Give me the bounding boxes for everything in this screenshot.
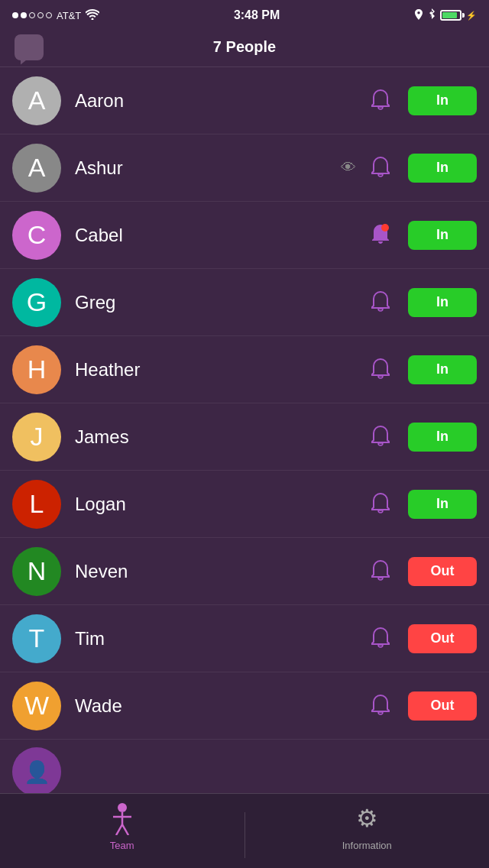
dot-2 xyxy=(21,12,27,18)
person-row-ashur: A Ashur 👁 In xyxy=(0,134,489,202)
status-left: AT&T xyxy=(12,9,99,22)
person-name-aaron: Aaron xyxy=(75,90,365,112)
eye-icon: 👁 xyxy=(341,159,356,177)
status-btn-greg[interactable]: In xyxy=(408,288,477,317)
status-btn-neven[interactable]: Out xyxy=(408,557,477,586)
status-bar: AT&T 3:48 PM ⚡ xyxy=(0,0,489,31)
person-name-tim: Tim xyxy=(75,628,365,649)
gear-icon: ⚙ xyxy=(353,802,381,835)
status-btn-tim[interactable]: Out xyxy=(408,624,477,653)
tab-information[interactable]: ⚙ Information xyxy=(245,802,490,851)
status-btn-james[interactable]: In xyxy=(408,423,477,452)
people-list: A Aaron In A Ashur 👁 In C xyxy=(0,67,489,740)
tab-bar: Team ⚙ Information xyxy=(0,793,489,868)
avatar-wade: W xyxy=(12,682,61,730)
battery-icon: ⚡ xyxy=(440,10,477,21)
svg-point-1 xyxy=(118,803,127,812)
carrier-label: AT&T xyxy=(57,10,81,21)
person-name-ashur: Ashur xyxy=(75,157,341,179)
status-btn-wade[interactable]: Out xyxy=(408,691,477,721)
status-btn-cabel[interactable]: In xyxy=(408,221,477,250)
status-btn-aaron[interactable]: In xyxy=(408,86,477,115)
bell-icon-logan[interactable] xyxy=(365,492,396,517)
status-time: 3:48 PM xyxy=(234,8,280,22)
team-tab-label: Team xyxy=(110,840,134,851)
person-name-greg: Greg xyxy=(75,292,365,313)
tab-team[interactable]: Team xyxy=(0,802,244,851)
signal-dots xyxy=(12,12,52,18)
page-title: 7 People xyxy=(213,38,276,56)
svg-line-5 xyxy=(122,824,128,835)
avatar-heather: H xyxy=(12,345,61,394)
avatar-greg: G xyxy=(12,278,61,327)
person-row-aaron: A Aaron In xyxy=(0,67,489,134)
dot-3 xyxy=(29,12,35,18)
bluetooth-icon xyxy=(428,8,436,23)
wifi-icon xyxy=(86,9,99,22)
dot-1 xyxy=(12,12,18,18)
information-tab-label: Information xyxy=(342,840,392,851)
person-name-logan: Logan xyxy=(75,494,365,515)
svg-line-4 xyxy=(116,824,122,835)
person-name-neven: Neven xyxy=(75,561,365,582)
bell-icon-neven[interactable] xyxy=(365,559,396,584)
person-name-wade: Wade xyxy=(75,695,365,717)
status-btn-ashur[interactable]: In xyxy=(408,154,477,183)
avatar-neven: N xyxy=(12,547,61,596)
status-btn-heather[interactable]: In xyxy=(408,355,477,384)
person-name-james: James xyxy=(75,426,365,448)
status-right: ⚡ xyxy=(414,8,477,23)
avatar-tim: T xyxy=(12,614,61,663)
bell-icon-tim[interactable] xyxy=(365,627,396,651)
bell-icon-aaron[interactable] xyxy=(365,89,396,113)
avatar-aaron: A xyxy=(12,76,61,125)
person-row-heather: H Heather In xyxy=(0,336,489,403)
person-row-cabel: C Cabel In xyxy=(0,202,489,269)
person-name-heather: Heather xyxy=(75,359,365,381)
bell-icon-heather[interactable] xyxy=(365,358,396,382)
person-row-greg: G Greg In xyxy=(0,269,489,336)
person-row-logan: L Logan In xyxy=(0,471,489,538)
avatar-cabel: C xyxy=(12,211,61,260)
svg-point-0 xyxy=(381,224,389,232)
chat-icon[interactable] xyxy=(12,31,46,64)
location-icon xyxy=(414,9,423,22)
person-name-cabel: Cabel xyxy=(75,225,365,246)
status-btn-logan[interactable]: In xyxy=(408,490,477,519)
team-icon xyxy=(108,802,136,835)
bell-icon-james[interactable] xyxy=(365,425,396,449)
person-row-james: J James In xyxy=(0,403,489,471)
avatar-logan: L xyxy=(12,480,61,529)
page-header: 7 People xyxy=(0,31,489,67)
bell-icon-cabel[interactable] xyxy=(365,223,396,248)
avatar-ashur: A xyxy=(12,144,61,193)
dot-5 xyxy=(46,12,52,18)
bell-icon-greg[interactable] xyxy=(365,290,396,315)
bell-icon-ashur[interactable] xyxy=(365,156,396,180)
dot-4 xyxy=(37,12,44,18)
bell-icon-wade[interactable] xyxy=(365,694,396,718)
partial-avatar: 👤 xyxy=(12,747,61,796)
person-row-wade: W Wade Out xyxy=(0,672,489,740)
person-row-neven: N Neven Out xyxy=(0,538,489,605)
avatar-james: J xyxy=(12,413,61,462)
person-row-tim: T Tim Out xyxy=(0,605,489,672)
